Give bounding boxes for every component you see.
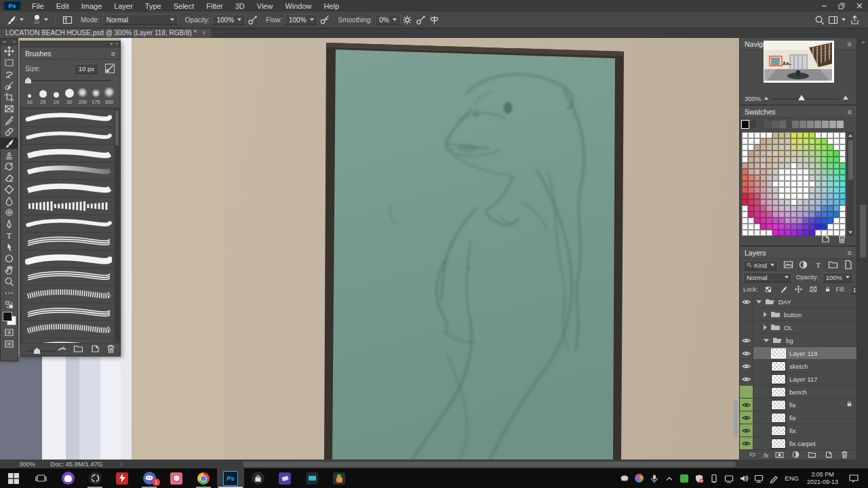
smoothing-field[interactable]: 0% — [375, 14, 400, 25]
swatch[interactable] — [803, 163, 809, 169]
toggle-brush-settings-icon[interactable] — [60, 15, 74, 25]
swatch[interactable] — [840, 211, 846, 218]
menu-file[interactable]: File — [26, 2, 50, 10]
dodge-tool[interactable] — [1, 207, 18, 218]
swatch[interactable] — [803, 218, 809, 224]
navigator-zoom-thumb[interactable] — [798, 95, 805, 100]
toggle-stroke-preview-icon[interactable] — [57, 344, 67, 356]
lock-transparent-pixels-icon[interactable] — [764, 284, 774, 296]
swatch[interactable] — [778, 169, 785, 175]
swatch[interactable] — [809, 205, 815, 211]
swatch[interactable] — [821, 187, 827, 193]
brush-tool[interactable] — [1, 138, 18, 149]
marquee-tool[interactable] — [1, 57, 18, 68]
swatch[interactable] — [803, 181, 809, 187]
swatch[interactable] — [827, 144, 833, 150]
swatch[interactable] — [772, 150, 778, 157]
layer-thumbnail[interactable] — [771, 387, 786, 397]
swatch[interactable] — [748, 138, 754, 144]
swatch[interactable] — [791, 157, 797, 163]
swatch[interactable] — [785, 187, 791, 193]
swatch[interactable] — [742, 157, 748, 163]
swatch[interactable] — [748, 199, 754, 205]
smoothing-options-gear-icon[interactable] — [401, 15, 414, 25]
brush-stroke-preset[interactable] — [22, 304, 114, 320]
layer-label[interactable]: bench — [789, 388, 807, 396]
swatch[interactable] — [815, 138, 821, 144]
history-brush-tool[interactable] — [1, 161, 18, 172]
swatch[interactable] — [833, 157, 840, 163]
swatch[interactable] — [840, 218, 846, 224]
swatch[interactable] — [827, 175, 833, 181]
foreground-color-well[interactable] — [3, 312, 12, 321]
eyedropper-tool[interactable] — [1, 115, 18, 126]
eraser-tool[interactable] — [1, 172, 18, 184]
swatch[interactable] — [821, 193, 827, 199]
swatch[interactable] — [766, 163, 772, 169]
visibility-eye-icon[interactable] — [740, 334, 753, 346]
swatch[interactable] — [785, 144, 791, 150]
expand-group-icon[interactable] — [764, 325, 767, 330]
swatch[interactable] — [840, 144, 846, 150]
swatch[interactable] — [833, 150, 840, 157]
swatch[interactable] — [760, 211, 766, 218]
swatch[interactable] — [791, 175, 797, 181]
layer-bench[interactable]: bench — [740, 386, 856, 399]
visibility-eye-icon[interactable] — [740, 424, 753, 436]
swatch[interactable] — [766, 181, 772, 187]
swatch[interactable] — [815, 181, 821, 187]
swatch[interactable] — [760, 144, 766, 150]
swatch[interactable] — [766, 187, 772, 193]
brush-preset-175[interactable]: 175 — [90, 87, 103, 105]
swatch[interactable] — [827, 205, 833, 211]
swatch[interactable] — [803, 144, 809, 150]
brush-preset-30[interactable]: 30 — [63, 87, 77, 105]
notification-center-icon[interactable] — [845, 474, 863, 483]
layer-thumbnail[interactable] — [771, 361, 786, 371]
filter-pixel-layers-icon[interactable] — [783, 260, 793, 271]
layer-label[interactable]: button — [784, 311, 802, 319]
brush-stroke-preset[interactable] — [22, 145, 114, 161]
layer-thumbnail[interactable] — [771, 426, 786, 436]
swatch[interactable] — [815, 157, 821, 163]
expand-group-icon[interactable] — [764, 312, 767, 317]
swatch[interactable] — [827, 138, 833, 144]
swatch[interactable] — [814, 121, 821, 128]
swatch[interactable] — [766, 175, 772, 181]
brush-preset-25[interactable]: 25 — [37, 87, 50, 105]
workspace-icon[interactable] — [826, 15, 840, 25]
swatch[interactable] — [785, 132, 791, 138]
layer-group-bg[interactable]: bg — [740, 334, 856, 347]
tray-discord-icon[interactable] — [619, 474, 629, 483]
swatch[interactable] — [772, 205, 778, 211]
swatch[interactable] — [748, 187, 754, 193]
swatch[interactable] — [827, 193, 833, 199]
taskbar-lock-icon[interactable] — [244, 468, 271, 488]
swatch[interactable] — [754, 205, 760, 211]
swatch[interactable] — [754, 150, 760, 157]
flow-field[interactable]: 100% — [285, 14, 318, 25]
brush-tool-options-icon[interactable] — [4, 15, 18, 25]
swatch[interactable] — [785, 224, 791, 230]
swatch[interactable] — [821, 175, 827, 181]
swatch[interactable] — [778, 187, 785, 193]
swatch[interactable] — [803, 193, 809, 199]
pen-tool[interactable] — [1, 218, 18, 230]
brush-picker-caret-icon[interactable] — [44, 18, 48, 21]
tray-cast-icon[interactable] — [724, 474, 734, 483]
swatch[interactable] — [815, 132, 821, 138]
swatch[interactable] — [821, 218, 827, 224]
panel-menu-icon[interactable]: ≡ — [111, 49, 115, 58]
swatch[interactable] — [778, 205, 785, 211]
hand-tool[interactable] — [1, 264, 18, 276]
blur-tool[interactable] — [1, 195, 18, 207]
navigator-zoom-slider[interactable] — [771, 98, 839, 100]
swatch[interactable] — [754, 175, 760, 181]
swatch[interactable] — [809, 181, 815, 187]
tray-volume-icon[interactable] — [738, 474, 749, 483]
swatch[interactable] — [748, 224, 754, 230]
layer-group-ol[interactable]: OL — [740, 321, 856, 334]
new-swatch-icon[interactable] — [820, 234, 830, 247]
swatch[interactable] — [742, 193, 748, 199]
swatch[interactable] — [809, 175, 815, 181]
